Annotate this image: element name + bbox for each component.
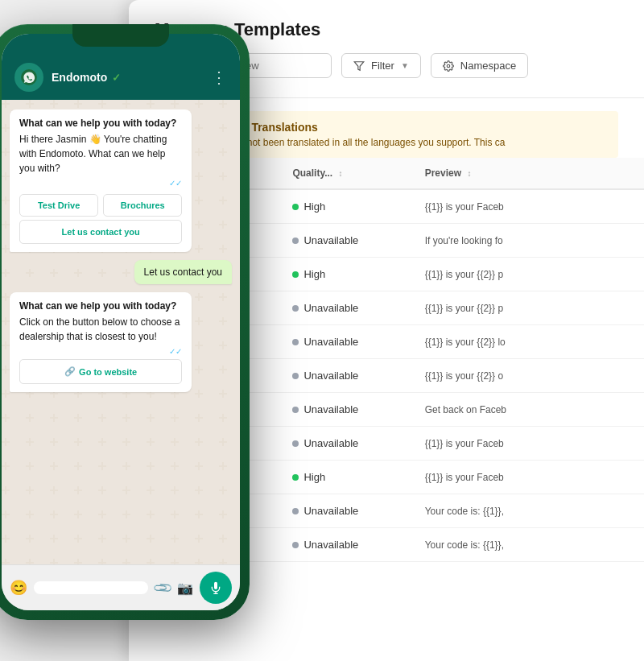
phone-notch [72,24,169,47]
quality-dot [292,407,299,413]
gear-icon [443,60,454,72]
external-link-icon: 🔗 [64,366,76,377]
go-to-website-button[interactable]: 🔗 Go to website [19,359,182,384]
preview-cell: {{1}} is your Faceb [412,189,644,224]
brochures-button[interactable]: Brochures [103,194,182,217]
preview-cell: Your code is: {{1}}, [412,528,644,562]
emoji-icon[interactable]: 😊 [10,579,27,597]
svg-marker-2 [354,61,364,70]
more-options-icon[interactable]: ⋮ [211,68,227,87]
filter-button[interactable]: Filter ▼ [341,53,421,78]
preview-text: Your code is: {{1}}, [425,506,504,517]
quality-label: Unavailable [303,302,358,314]
quality-label: High [303,200,325,213]
phone-mockup: Endomoto ✓ ⋮ What can we help you with t… [0,24,266,636]
preview-cell: {{1}} is your {{2}} p [412,291,644,325]
mic-button[interactable] [200,572,232,604]
brand-logo [20,68,38,86]
quality-dot [292,474,299,481]
quality-dot [292,440,299,447]
quality-label: Unavailable [303,336,358,348]
phone-outer-shell: Endomoto ✓ ⋮ What can we help you with t… [0,24,250,620]
contact-name: Endomoto ✓ [52,71,203,84]
bubble-buttons-1: Test Drive Brochures [19,194,182,217]
preview-text: If you're looking fo [425,235,503,246]
attach-icon[interactable]: 📎 [151,576,174,599]
svg-point-3 [447,64,450,68]
bubble-title-2: What can we help you with today? [19,300,182,312]
quality-cell: Unavailable [279,359,411,393]
quality-label: Unavailable [303,505,358,517]
preview-text: {{1}} is your {{2}} p [425,303,503,314]
preview-text: {{1}} is your Faceb [425,472,504,483]
chat-body[interactable]: What can we help you with today? Hi ther… [2,100,240,564]
quality-dot [292,339,299,345]
verified-icon: ✓ [112,72,121,84]
col-header-preview[interactable]: Preview ↕ [412,158,644,189]
quality-label: Unavailable [303,403,358,415]
quality-label: Unavailable [303,437,358,449]
quality-cell: High [279,258,411,291]
quality-dot [292,305,299,312]
quality-label: High [303,471,325,483]
preview-cell: {{1}} is your {{2}} lo [412,325,644,359]
preview-cell: {{1}} is your {{2}} p [412,258,644,291]
preview-text: {{1}} is your Faceb [425,438,504,449]
message-checkmark-2: ✓✓ [19,347,182,356]
chat-bubble-1: What can we help you with today? Hi ther… [10,109,192,252]
preview-text: {{1}} is your {{2}} o [425,370,503,382]
preview-text: {{1}} is your Faceb [425,201,504,213]
chevron-down-icon: ▼ [401,61,409,70]
quality-label: High [303,268,325,280]
preview-text: Your code is: {{1}}, [425,539,504,551]
mic-icon [209,581,222,594]
quality-cell: Unavailable [279,393,411,427]
test-drive-button[interactable]: Test Drive [19,194,98,217]
let-us-contact-button[interactable]: Let us contact you [19,220,182,244]
avatar [14,63,43,92]
sort-icon-quality: ↕ [339,169,343,178]
quality-cell: Unavailable [279,325,411,359]
preview-cell: If you're looking fo [412,224,644,258]
quality-dot [292,542,299,548]
bubble-body-1: Hi there Jasmin 👋 You're chatting with E… [19,132,182,176]
quality-dot [292,204,299,210]
contact-info: Endomoto ✓ [52,71,203,84]
quality-label: Unavailable [303,539,358,551]
preview-cell: {{1}} is your {{2}} o [412,359,644,393]
quality-dot [292,508,299,514]
quality-label: Unavailable [303,234,358,246]
quality-dot [292,238,299,244]
camera-icon[interactable]: 📷 [177,580,193,596]
quality-label: Unavailable [303,370,358,382]
preview-cell: {{1}} is your Faceb [412,427,644,461]
message-checkmark-1: ✓✓ [19,179,182,188]
quality-cell: High [279,461,411,494]
quality-cell: High [279,189,411,224]
chat-footer[interactable]: 😊 📎 📷 [2,564,240,610]
quality-cell: Unavailable [279,528,411,562]
preview-text: Get back on Faceb [425,404,506,415]
preview-cell: Get back on Faceb [412,393,644,427]
bubble-title-1: What can we help you with today? [19,118,182,129]
preview-text: {{1}} is your {{2}} p [425,269,503,280]
chat-bubble-2: What can we help you with today? Click o… [10,292,192,392]
filter-icon [353,60,365,72]
namespace-button[interactable]: Namespace [431,53,528,78]
preview-text: {{1}} is your {{2}} lo [425,337,506,348]
bubble-body-2: Click on the button below to choose a de… [19,315,182,344]
quality-cell: Unavailable [279,291,411,325]
quality-dot [292,271,299,278]
quality-cell: Unavailable [279,427,411,461]
phone-screen: Endomoto ✓ ⋮ What can we help you with t… [2,34,240,610]
col-header-quality[interactable]: Quality... ↕ [279,158,411,189]
quality-cell: Unavailable [279,224,411,258]
preview-cell: {{1}} is your Faceb [412,461,644,494]
message-input[interactable] [34,581,148,594]
quality-cell: Unavailable [279,494,411,528]
preview-cell: Your code is: {{1}}, [412,494,644,528]
sort-icon-preview: ↕ [467,169,471,178]
sent-message-1: Let us contact you [134,260,232,284]
quality-dot [292,373,299,379]
